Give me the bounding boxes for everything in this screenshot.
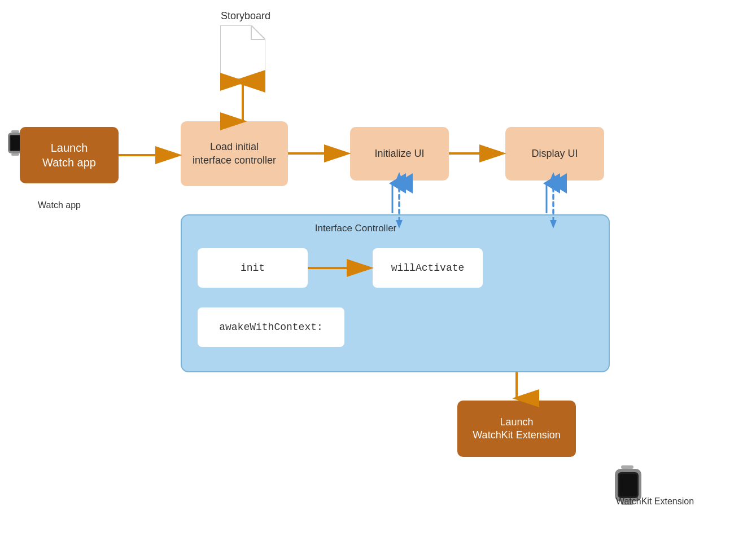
init-box: init [198,248,308,288]
will-activate-label: willActivate [391,262,465,274]
init-label: init [241,262,265,274]
display-ui-box: Display UI [505,127,604,181]
launch-watchkit-label: LaunchWatchKit Extension [473,416,560,442]
svg-rect-2 [11,153,19,156]
interface-controller-box [181,214,610,372]
svg-rect-5 [11,136,20,150]
storyboard-icon [220,25,265,79]
load-initial-label: Load initialinterface controller [193,140,276,167]
initialize-ui-label: Initialize UI [374,148,424,160]
launch-watch-app-box: LaunchWatch app [20,127,119,183]
launch-watch-label: LaunchWatch app [42,140,96,170]
svg-rect-6 [621,465,633,469]
awake-label: awakeWithContext: [219,322,323,333]
svg-marker-0 [220,25,265,79]
svg-rect-10 [619,474,637,496]
will-activate-box: willActivate [373,248,483,288]
diagram: Storyboard LaunchWatch app Watch app Loa… [0,0,756,541]
interface-controller-label: Interface Controller [299,223,412,234]
initialize-ui-box: Initialize UI [350,127,449,181]
watchkit-ext-label: WatchKit Extension [615,496,694,507]
storyboard-label: Storyboard [217,10,274,22]
watch-app-label: Watch app [31,200,88,210]
awake-box: awakeWithContext: [198,307,344,347]
svg-rect-1 [11,130,19,133]
launch-watchkit-box: LaunchWatchKit Extension [457,401,576,457]
display-ui-label: Display UI [531,148,578,160]
load-initial-box: Load initialinterface controller [181,121,288,186]
